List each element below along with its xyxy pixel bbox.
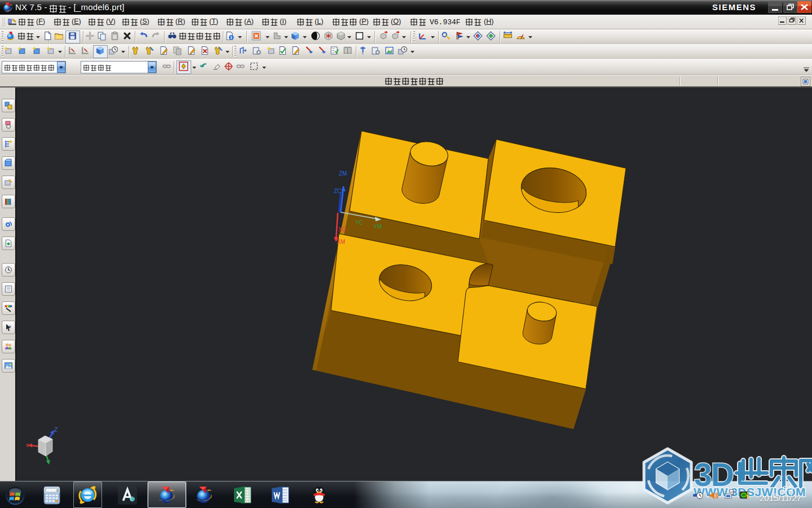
svg-text:XM: XM (337, 239, 345, 245)
svg-text:ZM: ZM (339, 170, 347, 177)
svg-text:x: x (26, 442, 29, 448)
svg-text:ZC: ZC (334, 188, 341, 194)
svg-text:XC: XC (338, 226, 346, 233)
svg-text:YC: YC (355, 220, 363, 226)
svg-text:YM: YM (373, 224, 382, 230)
svg-text:Z: Z (54, 427, 58, 433)
